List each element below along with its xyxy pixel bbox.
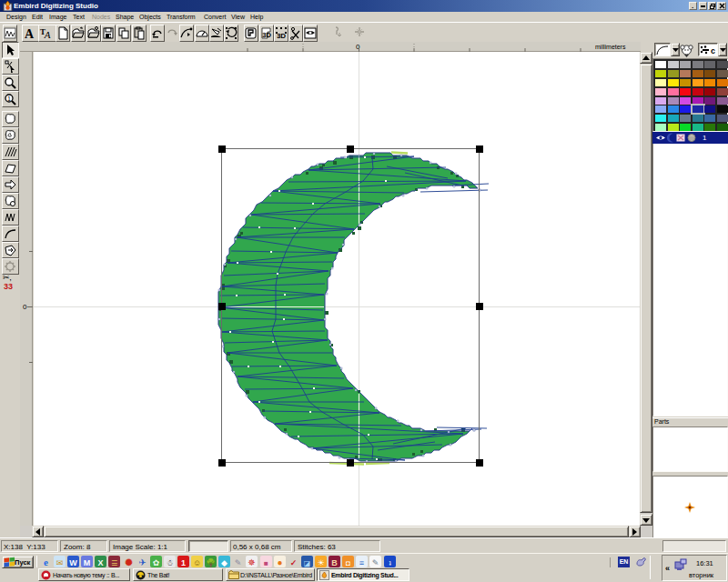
- svg-text:A: A: [25, 27, 35, 40]
- svg-text:3D: 3D: [277, 32, 286, 40]
- svg-text:A: A: [44, 29, 51, 40]
- svg-text:1: 1: [7, 95, 11, 102]
- svg-text:c: c: [711, 46, 715, 55]
- svg-text:3D: 3D: [262, 31, 271, 39]
